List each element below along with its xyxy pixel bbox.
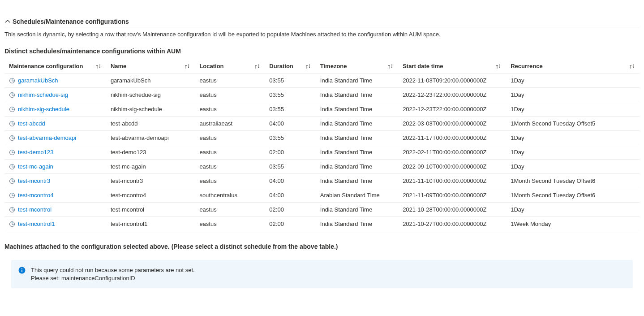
cell-location: australiaeast	[195, 117, 265, 131]
cell-name: nikhim-sig-schedule	[106, 102, 195, 117]
cell-start: 2022-12-23T22:00:00.0000000Z	[398, 88, 506, 102]
svg-rect-12	[21, 270, 22, 272]
cell-name: garamakUbSch	[106, 74, 195, 88]
sort-icon	[305, 64, 311, 69]
maintenance-config-link[interactable]: test-abvarma-demoapi	[18, 134, 76, 141]
table-row[interactable]: test-abcdd test-abcdd australiaeast 04:0…	[4, 117, 640, 131]
cell-duration: 03:55	[265, 88, 315, 102]
cell-start: 2021-11-10T00:00:00.0000000Z	[398, 174, 506, 188]
cell-timezone: Arabian Standard Time	[316, 188, 398, 203]
cell-name: test-demo123	[106, 145, 195, 160]
cell-start: 2021-11-09T00:00:00.0000000Z	[398, 188, 506, 203]
cell-start: 2021-10-27T00:00:00.0000000Z	[398, 217, 506, 231]
cell-location: eastus	[195, 88, 265, 102]
cell-recurrence: 1Day	[506, 203, 640, 217]
col-header-name[interactable]: Name	[106, 59, 195, 74]
cell-duration: 02:00	[265, 203, 315, 217]
cell-timezone: India Standard Time	[316, 217, 398, 231]
cell-duration: 04:00	[265, 188, 315, 203]
cell-recurrence: 1Day	[506, 145, 640, 160]
info-message-line1: This query could not run because some pa…	[31, 266, 195, 274]
maintenance-config-icon	[9, 121, 15, 127]
col-header-maintenance-configuration[interactable]: Maintenance configuration	[4, 59, 106, 74]
machines-title: Machines attached to the configuration s…	[4, 243, 640, 255]
maintenance-config-link[interactable]: garamakUbSch	[18, 77, 58, 84]
maintenance-config-icon	[9, 221, 15, 227]
cell-duration: 03:55	[265, 131, 315, 145]
schedules-grid: Maintenance configuration Name Location …	[4, 59, 640, 231]
maintenance-config-icon	[9, 178, 15, 184]
maintenance-config-icon	[9, 207, 15, 213]
cell-timezone: India Standard Time	[316, 74, 398, 88]
col-header-recurrence[interactable]: Recurrence	[506, 59, 640, 74]
cell-start: 2022-02-11T00:00:00.0000000Z	[398, 145, 506, 160]
maintenance-config-icon	[9, 164, 15, 170]
table-row[interactable]: test-demo123 test-demo123 eastus 02:00 I…	[4, 145, 640, 160]
cell-location: eastus	[195, 102, 265, 117]
cell-start: 2022-12-23T22:00:00.0000000Z	[398, 102, 506, 117]
cell-duration: 03:55	[265, 102, 315, 117]
maintenance-config-link[interactable]: test-mcontr3	[18, 177, 50, 184]
table-row[interactable]: test-mc-again test-mc-again eastus 03:55…	[4, 160, 640, 174]
maintenance-config-link[interactable]: nikhim-schedue-sig	[18, 91, 68, 98]
cell-name: test-mcontr3	[106, 174, 195, 188]
sort-icon	[184, 64, 190, 69]
sort-icon	[495, 64, 502, 69]
cell-name: test-abvarma-demoapi	[106, 131, 195, 145]
cell-location: eastus	[195, 131, 265, 145]
cell-start: 2022-03-03T00:00:00.0000000Z	[398, 117, 506, 131]
maintenance-config-icon	[9, 135, 15, 141]
cell-recurrence: 1Month Second Tuesday Offset6	[506, 174, 640, 188]
maintenance-config-link[interactable]: test-mc-again	[18, 163, 53, 170]
col-header-location[interactable]: Location	[195, 59, 265, 74]
maintenance-config-link[interactable]: test-mcontrol1	[18, 221, 55, 227]
maintenance-config-link[interactable]: test-abcdd	[18, 120, 45, 127]
table-row[interactable]: test-mcontr3 test-mcontr3 eastus 04:00 I…	[4, 174, 640, 188]
cell-location: eastus	[195, 145, 265, 160]
cell-start: 2021-10-28T00:00:00.0000000Z	[398, 203, 506, 217]
cell-location: eastus	[195, 174, 265, 188]
chevron-up-icon	[4, 18, 11, 25]
maintenance-config-icon	[9, 149, 15, 156]
cell-duration: 04:00	[265, 117, 315, 131]
maintenance-config-link[interactable]: test-demo123	[18, 149, 54, 156]
section-header-schedules[interactable]: Schedules/Maintenance configurations	[4, 0, 640, 27]
cell-recurrence: 1Day	[506, 102, 640, 117]
section-description: This section is dynamic, by selecting a …	[4, 31, 640, 48]
col-header-timezone[interactable]: Timezone	[316, 59, 398, 74]
cell-timezone: India Standard Time	[316, 145, 398, 160]
table-row[interactable]: nikhim-sig-schedule nikhim-sig-schedule …	[4, 102, 640, 117]
maintenance-config-link[interactable]: test-mcontro4	[18, 192, 53, 199]
table-row[interactable]: garamakUbSch garamakUbSch eastus 03:55 I…	[4, 74, 640, 88]
col-header-duration[interactable]: Duration	[265, 59, 315, 74]
table-title: Distinct schedules/maintenance configura…	[4, 48, 640, 59]
cell-recurrence: 1Week Monday	[506, 217, 640, 231]
cell-recurrence: 1Day	[506, 131, 640, 145]
maintenance-config-link[interactable]: test-mcontrol	[18, 206, 52, 213]
cell-location: eastus	[195, 160, 265, 174]
table-row[interactable]: test-abvarma-demoapi test-abvarma-demoap…	[4, 131, 640, 145]
maintenance-config-icon	[9, 192, 15, 199]
cell-recurrence: 1Month Second Tuesday Offset6	[506, 188, 640, 203]
table-row[interactable]: test-mcontro4 test-mcontro4 southcentral…	[4, 188, 640, 203]
table-row[interactable]: nikhim-schedue-sig nikhim-schedue-sig ea…	[4, 88, 640, 102]
cell-timezone: India Standard Time	[316, 203, 398, 217]
grid-scroll-region[interactable]: garamakUbSch garamakUbSch eastus 03:55 I…	[4, 74, 640, 231]
table-row[interactable]: test-mcontrol1 test-mcontrol1 eastus 02:…	[4, 217, 640, 231]
col-header-start[interactable]: Start date time	[398, 59, 506, 74]
cell-start: 2022-11-03T09:20:00.0000000Z	[398, 74, 506, 88]
maintenance-config-link[interactable]: nikhim-sig-schedule	[18, 106, 69, 113]
maintenance-config-icon	[9, 92, 15, 98]
info-icon	[18, 267, 26, 274]
cell-duration: 02:00	[265, 217, 315, 231]
cell-name: nikhim-schedue-sig	[106, 88, 195, 102]
cell-timezone: India Standard Time	[316, 174, 398, 188]
cell-recurrence: 1Day	[506, 160, 640, 174]
maintenance-config-icon	[9, 78, 15, 84]
sort-icon	[95, 64, 102, 69]
cell-start: 2022-09-10T00:00:00.0000000Z	[398, 160, 506, 174]
section-title: Schedules/Maintenance configurations	[13, 18, 129, 25]
cell-recurrence: 1Day	[506, 88, 640, 102]
table-row[interactable]: test-mcontrol test-mcontrol eastus 02:00…	[4, 203, 640, 217]
cell-timezone: India Standard Time	[316, 160, 398, 174]
